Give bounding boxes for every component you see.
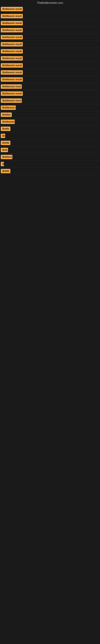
bottleneck-result-badge[interactable]: Bo	[1, 134, 5, 138]
bottleneck-result-badge[interactable]: Bottleneck resul	[1, 84, 22, 89]
list-item: Bottlen	[0, 111, 100, 118]
list-item: Bottle	[0, 168, 100, 175]
list-item: Bottleneck result	[0, 69, 100, 76]
list-item: Bottleneck result	[0, 62, 100, 69]
list-item: Bott	[0, 146, 100, 154]
list-item: Bottleneck resul	[0, 83, 100, 90]
bottleneck-result-badge[interactable]: Bottlen	[1, 112, 12, 117]
bottleneck-result-badge[interactable]: Bottleneck result	[1, 63, 23, 68]
bottleneck-result-badge[interactable]: Bottlene	[1, 155, 12, 159]
list-item: Bo	[0, 132, 100, 140]
list-item: Bottleneck result	[0, 27, 100, 34]
bottleneck-result-badge[interactable]: Bottleneck result	[1, 70, 23, 75]
bottleneck-result-badge[interactable]: Bottleneck result	[1, 49, 23, 54]
bottleneck-result-badge[interactable]: Bottleneck result	[1, 42, 23, 46]
list-item: Bottleneck result	[0, 76, 100, 83]
bottleneck-result-badge[interactable]: Bottleneck result	[1, 56, 23, 60]
list-item: Bottleneck result	[0, 41, 100, 48]
bottleneck-result-badge[interactable]: Bottle	[1, 126, 10, 131]
bottleneck-result-badge[interactable]: Bottleneck result	[1, 21, 23, 25]
list-item: B	[0, 160, 100, 168]
list-item: Bottleneck result	[0, 48, 100, 55]
list-item: Bottleneck result	[0, 90, 100, 97]
bottleneck-result-badge[interactable]: B	[1, 162, 4, 166]
bottleneck-result-badge[interactable]: Bottleneck result	[1, 91, 23, 96]
bottleneck-result-badge[interactable]: Bottleneck result	[1, 7, 23, 11]
list-item: Bottlene	[0, 154, 100, 160]
list-item: Bottleneck result	[0, 55, 100, 62]
site-header: TheBottlenecker.com	[0, 0, 100, 6]
bottleneck-result-badge[interactable]: Bottle	[1, 169, 10, 173]
list-item: Bottleneck resul	[0, 97, 100, 104]
list-item: Bottle	[0, 140, 100, 146]
bottleneck-result-badge[interactable]: Bottleneck result	[1, 35, 23, 40]
list-item: Bottleneck result	[0, 34, 100, 41]
bottleneck-result-badge[interactable]: Bottleneck result	[1, 77, 23, 82]
bottleneck-result-badge[interactable]: Bottle	[1, 141, 10, 145]
list-item: Bottleneck result	[0, 6, 100, 13]
bottleneck-result-badge[interactable]: Bottleneck	[1, 120, 15, 124]
bottleneck-result-badge[interactable]: Bottleneck r	[1, 106, 16, 110]
bottleneck-result-badge[interactable]: Bott	[1, 148, 8, 152]
results-list: Bottleneck resultBottleneck resultBottle…	[0, 6, 100, 175]
bottleneck-result-badge[interactable]: Bottleneck resul	[1, 98, 22, 103]
bottleneck-result-badge[interactable]: Bottleneck result	[1, 28, 23, 32]
bottleneck-result-badge[interactable]: Bottleneck result	[1, 14, 23, 18]
list-item: Bottleneck result	[0, 20, 100, 27]
list-item: Bottleneck result	[0, 13, 100, 20]
list-item: Bottleneck r	[0, 104, 100, 111]
list-item: Bottle	[0, 126, 100, 132]
list-item: Bottleneck	[0, 118, 100, 126]
site-title: TheBottlenecker.com	[0, 0, 100, 6]
